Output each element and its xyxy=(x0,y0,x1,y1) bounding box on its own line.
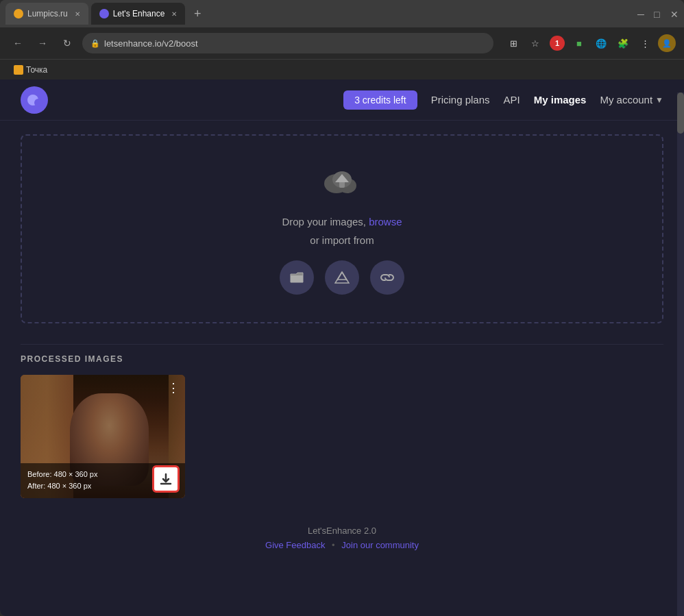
forward-button[interactable]: → xyxy=(33,34,52,53)
close-tab-lumpics[interactable]: ✕ xyxy=(75,10,80,18)
credits-badge[interactable]: 3 credits left xyxy=(343,90,417,110)
drop-instructions: Drop your images, browse or import from xyxy=(282,212,402,249)
address-text: letsenhance.io/v2/boost xyxy=(104,38,198,49)
api-link[interactable]: API xyxy=(504,94,520,106)
pricing-plans-link[interactable]: Pricing plans xyxy=(431,94,490,106)
refresh-button[interactable]: ↻ xyxy=(58,34,77,53)
profile-avatar[interactable]: 👤 xyxy=(658,34,676,52)
more-vert-icon[interactable]: ⋮ xyxy=(636,34,654,52)
browse-link[interactable]: browse xyxy=(369,216,402,227)
page-footer: Let'sEnhance 2.0 Give Feedback • Join ou… xyxy=(0,512,684,564)
google-drive-import-button[interactable] xyxy=(325,260,359,295)
nav-bar: ← → ↻ 🔒 letsenhance.io/v2/boost ⊞ ☆ 1 ■ … xyxy=(0,27,684,59)
download-icon xyxy=(160,473,172,485)
svg-line-10 xyxy=(342,272,347,280)
title-bar: Lumpics.ru ✕ Let's Enhance ✕ + ─ □ ✕ xyxy=(0,0,684,27)
upload-icon xyxy=(321,163,363,201)
tab-lumpics-label: Lumpics.ru xyxy=(27,9,68,19)
tab-lumpics[interactable]: Lumpics.ru ✕ xyxy=(5,3,88,25)
minimize-button[interactable]: ─ xyxy=(637,10,646,18)
my-images-link[interactable]: My images xyxy=(534,94,587,106)
address-bar[interactable]: 🔒 letsenhance.io/v2/boost xyxy=(82,33,493,53)
letsenhance-favicon xyxy=(99,9,109,19)
bookmark-favicon xyxy=(14,65,23,75)
my-account-link[interactable]: My account ▼ xyxy=(600,94,663,106)
footer-separator: • xyxy=(332,540,335,550)
tab-letsenhance-label: Let's Enhance xyxy=(113,9,165,19)
svg-marker-7 xyxy=(335,272,349,283)
url-import-button[interactable] xyxy=(370,260,404,295)
processed-section: PROCESSED IMAGES ⋮ xyxy=(0,337,684,512)
footer-brand: Let'sEnhance 2.0 xyxy=(14,526,670,536)
image-menu-button[interactable]: ⋮ xyxy=(167,380,180,395)
scrollbar-track[interactable] xyxy=(677,93,684,616)
nav-actions: ⊞ ☆ 1 ■ 🌐 🧩 ⋮ 👤 xyxy=(504,34,676,52)
logo-svg xyxy=(25,90,44,110)
avatar-initial: 👤 xyxy=(662,39,672,48)
image-card: ⋮ Before: 480 × 360 px After: 480 × 360 … xyxy=(21,375,185,498)
processed-images-title: PROCESSED IMAGES xyxy=(21,344,663,364)
svg-point-1 xyxy=(34,99,42,107)
ext-badge: 1 xyxy=(550,36,565,51)
svg-line-9 xyxy=(337,272,342,280)
scrollbar-thumb[interactable] xyxy=(677,93,684,134)
window-controls: ─ □ ✕ xyxy=(637,10,679,18)
extensions-green-icon[interactable]: ■ xyxy=(570,34,588,52)
new-tab-button[interactable]: + xyxy=(188,4,207,23)
cloud-upload-svg xyxy=(321,163,363,199)
close-tab-letsenhance[interactable]: ✕ xyxy=(171,10,177,18)
footer-links: Give Feedback • Join our community xyxy=(14,540,670,550)
header-nav: 3 credits left Pricing plans API My imag… xyxy=(343,90,663,110)
page-content: 3 credits left Pricing plans API My imag… xyxy=(0,79,684,616)
back-button[interactable]: ← xyxy=(8,34,27,53)
bookmark-label: Точка xyxy=(26,65,47,75)
globe-icon[interactable]: 🌐 xyxy=(592,34,610,52)
feedback-link[interactable]: Give Feedback xyxy=(265,540,325,550)
download-button[interactable] xyxy=(152,465,180,493)
bookmarks-bar: Точка xyxy=(0,59,684,79)
browser-window: Lumpics.ru ✕ Let's Enhance ✕ + ─ □ ✕ ← →… xyxy=(0,0,684,616)
close-button[interactable]: ✕ xyxy=(670,10,679,18)
star-icon[interactable]: ☆ xyxy=(526,34,544,52)
extensions-red-icon[interactable]: 1 xyxy=(548,34,566,52)
app-logo[interactable] xyxy=(21,86,48,114)
account-chevron-icon: ▼ xyxy=(655,95,663,105)
puzzle-icon[interactable]: 🧩 xyxy=(614,34,632,52)
tab-letsenhance[interactable]: Let's Enhance ✕ xyxy=(91,3,186,25)
maximize-button[interactable]: □ xyxy=(654,10,662,18)
community-link[interactable]: Join our community xyxy=(341,540,419,550)
drop-zone[interactable]: Drop your images, browse or import from xyxy=(21,134,663,323)
app-header: 3 credits left Pricing plans API My imag… xyxy=(0,79,684,121)
lumpics-favicon xyxy=(14,9,23,19)
images-grid: ⋮ Before: 480 × 360 px After: 480 × 360 … xyxy=(21,375,663,498)
folder-import-button[interactable] xyxy=(280,260,314,295)
bookmark-tocka[interactable]: Точка xyxy=(8,62,53,78)
translate-icon[interactable]: ⊞ xyxy=(504,34,522,52)
lock-icon: 🔒 xyxy=(90,39,100,48)
import-icons xyxy=(280,260,404,295)
